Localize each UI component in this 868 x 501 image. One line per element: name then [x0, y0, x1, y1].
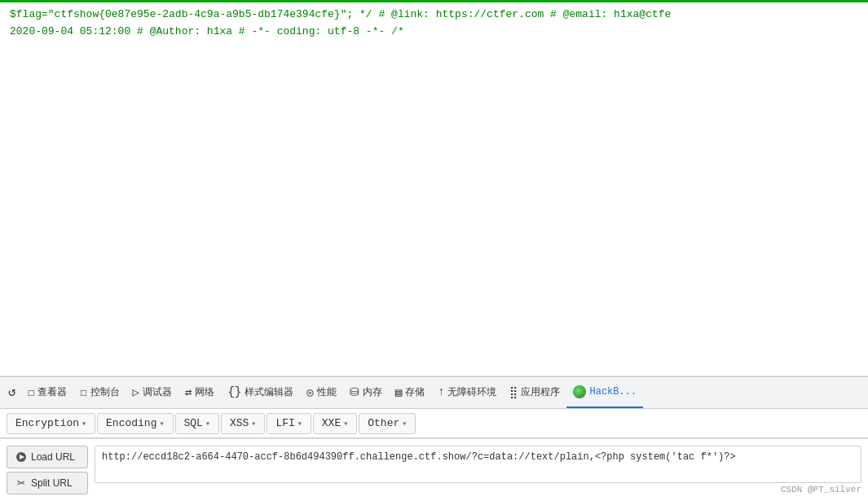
memory-icon: ⛁: [350, 385, 359, 399]
xxe-menu[interactable]: XXE ▾: [313, 413, 357, 434]
split-url-icon: ✂: [15, 477, 27, 489]
sql-label: SQL: [184, 417, 203, 429]
console-label: 控制台: [90, 385, 120, 399]
devtools-toolbar: ↺ ☐ 查看器 ☐ 控制台 ▷ 调试器 ⇄ 网络 {} 样式编辑器 ◎ 性能 ⛁…: [0, 376, 868, 409]
encryption-menu[interactable]: Encryption ▾: [7, 413, 95, 434]
performance-icon: ◎: [306, 385, 313, 399]
hackbar-bottom-bar: Load URL ✂ Split URL CSDN @PT_silver: [0, 438, 868, 501]
xxe-arrow: ▾: [343, 419, 348, 428]
console-icon: ☐: [80, 385, 86, 399]
xss-label: XSS: [230, 417, 249, 429]
devtools-memory-btn[interactable]: ⛁ 内存: [343, 377, 389, 408]
action-buttons: Load URL ✂ Split URL: [7, 446, 88, 494]
devtools-performance-btn[interactable]: ◎ 性能: [300, 377, 342, 408]
watermark: CSDN @PT_silver: [781, 485, 861, 494]
url-input[interactable]: [95, 446, 861, 483]
devtools-network-btn[interactable]: ⇄ 网络: [178, 377, 221, 408]
lfi-menu[interactable]: LFI ▾: [267, 413, 311, 434]
load-url-icon: [15, 451, 27, 463]
code-line-2: 2020-09-04 05:12:00 # @Author: h1xa # -*…: [10, 24, 858, 41]
load-url-label: Load URL: [31, 451, 75, 463]
sql-arrow: ▾: [205, 419, 210, 428]
other-menu[interactable]: Other ▾: [359, 413, 416, 434]
storage-label: 存储: [405, 385, 425, 399]
debugger-label: 调试器: [143, 385, 172, 399]
watermark-text: CSDN @PT_silver: [781, 485, 861, 494]
encryption-label: Encryption: [15, 417, 79, 429]
devtools-viewer-btn[interactable]: ☐ 查看器: [21, 377, 73, 408]
debugger-icon: ▷: [133, 385, 139, 399]
network-icon: ⇄: [185, 385, 192, 399]
accessibility-label: 无障碍环境: [447, 385, 496, 399]
memory-label: 内存: [363, 385, 382, 399]
devtools-debugger-btn[interactable]: ▷ 调试器: [126, 377, 178, 408]
viewer-label: 查看器: [37, 385, 67, 399]
encoding-menu[interactable]: Encoding ▾: [97, 413, 173, 434]
devtools-accessibility-btn[interactable]: ↑ 无障碍环境: [431, 377, 503, 408]
devtools-console-btn[interactable]: ☐ 控制台: [73, 377, 126, 408]
split-url-button[interactable]: ✂ Split URL: [7, 472, 88, 494]
devtools-storage-btn[interactable]: ▤ 存储: [389, 377, 431, 408]
accessibility-icon: ↑: [438, 385, 444, 398]
style-editor-label: 样式编辑器: [245, 385, 293, 399]
refresh-icon: ↺: [8, 384, 16, 400]
xss-arrow: ▾: [251, 419, 256, 428]
lfi-label: LFI: [275, 417, 294, 429]
other-arrow: ▾: [402, 419, 407, 428]
encoding-arrow: ▾: [159, 419, 164, 428]
viewer-icon: ☐: [28, 385, 34, 399]
encoding-label: Encoding: [106, 417, 156, 429]
load-url-button[interactable]: Load URL: [7, 446, 88, 468]
devtools-applications-btn[interactable]: ⣿ 应用程序: [503, 377, 566, 408]
network-label: 网络: [195, 385, 214, 399]
url-input-area: [95, 446, 861, 483]
xss-menu[interactable]: XSS ▾: [221, 413, 265, 434]
hackbar-icon: [573, 385, 586, 398]
style-editor-icon: {}: [227, 385, 241, 398]
split-url-label: Split URL: [31, 477, 73, 489]
hackbar-menu-bar: Encryption ▾ Encoding ▾ SQL ▾ XSS ▾ LFI …: [0, 409, 868, 438]
code-line-1: $flag="ctfshow{0e87e95e-2adb-4c9a-a9b5-d…: [10, 7, 858, 24]
storage-icon: ▤: [395, 385, 402, 399]
code-display-area: $flag="ctfshow{0e87e95e-2adb-4c9a-a9b5-d…: [0, 0, 868, 376]
hackbar-label: HackB...: [589, 386, 637, 398]
applications-label: 应用程序: [521, 385, 560, 399]
sql-menu[interactable]: SQL ▾: [175, 413, 219, 434]
xxe-label: XXE: [322, 417, 341, 429]
devtools-hackbar-btn[interactable]: HackB...: [566, 377, 643, 408]
encryption-arrow: ▾: [82, 419, 86, 428]
lfi-arrow: ▾: [297, 419, 302, 428]
other-label: Other: [368, 417, 399, 429]
applications-icon: ⣿: [509, 385, 518, 399]
performance-label: 性能: [317, 385, 337, 399]
devtools-style-editor-btn[interactable]: {} 样式编辑器: [221, 377, 300, 408]
devtools-refresh-btn[interactable]: ↺: [3, 377, 21, 408]
